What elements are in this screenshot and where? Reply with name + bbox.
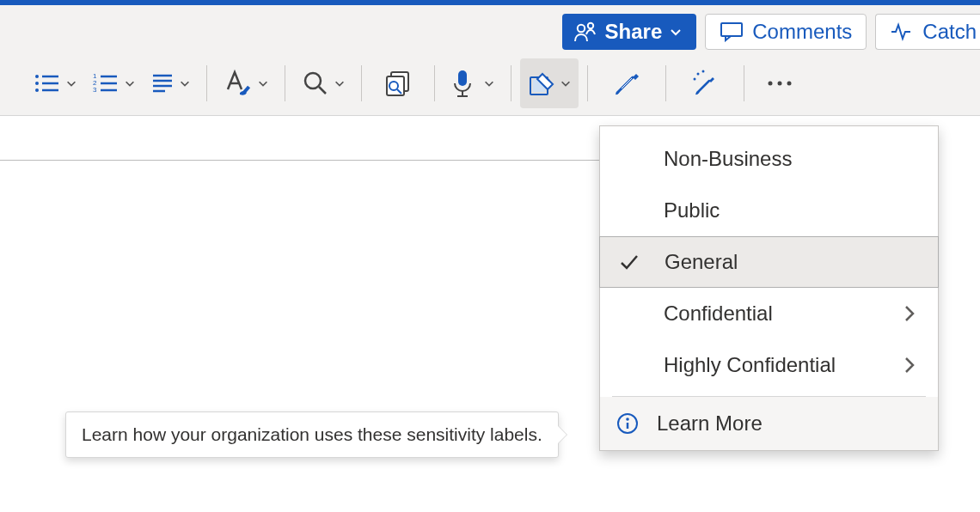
editor-button[interactable]	[597, 58, 657, 108]
option-label: General	[665, 250, 922, 274]
svg-point-35	[694, 78, 696, 81]
separator	[665, 65, 666, 101]
svg-point-39	[787, 82, 792, 86]
sensitivity-dropdown: Non-Business Public General Confidential…	[599, 125, 939, 451]
sensitivity-option-confidential[interactable]: Confidential	[600, 288, 938, 339]
chevron-down-icon	[257, 77, 269, 89]
sensitivity-button[interactable]	[520, 58, 579, 108]
separator	[285, 65, 285, 101]
chevron-right-icon	[897, 303, 922, 324]
chevron-down-icon	[124, 77, 136, 89]
designer-button[interactable]	[675, 58, 735, 108]
find-button[interactable]	[294, 58, 352, 108]
tooltip-text: Learn how your organization uses these s…	[82, 424, 542, 444]
sensitivity-option-highly-confidential[interactable]: Highly Confidential	[600, 339, 938, 391]
option-label: Non-Business	[664, 147, 922, 171]
chevron-down-icon	[334, 77, 346, 89]
sensitivity-option-non-business[interactable]: Non-Business	[600, 133, 938, 185]
svg-line-33	[622, 78, 632, 88]
separator	[744, 65, 744, 101]
learn-more-label: Learn More	[657, 411, 763, 436]
separator	[434, 65, 435, 101]
svg-point-3	[35, 75, 39, 78]
svg-point-34	[697, 73, 700, 76]
check-icon	[618, 251, 665, 273]
chevron-down-icon	[65, 77, 77, 89]
catch-up-button[interactable]: Catch	[875, 14, 980, 50]
catchup-label: Catch	[922, 20, 977, 44]
more-options-button[interactable]	[753, 58, 806, 108]
chevron-right-icon	[897, 355, 922, 375]
styles-button[interactable]	[216, 58, 276, 108]
info-icon	[616, 411, 640, 436]
separator	[206, 65, 207, 101]
separator	[587, 65, 588, 101]
svg-point-21	[305, 73, 321, 88]
chevron-down-icon	[179, 77, 191, 89]
share-button[interactable]: Share	[562, 14, 697, 50]
svg-point-41	[626, 418, 629, 421]
command-area: Share Comments Catch	[0, 5, 980, 116]
dictate-button[interactable]	[444, 58, 502, 108]
chevron-down-icon	[669, 25, 683, 39]
comments-button[interactable]: Comments	[705, 14, 867, 50]
option-label: Public	[664, 198, 922, 222]
sensitivity-learn-more[interactable]: Learn More	[600, 397, 938, 450]
svg-text:3: 3	[93, 86, 97, 94]
top-buttons-row: Share Comments Catch	[0, 5, 980, 52]
align-button[interactable]	[143, 58, 198, 108]
share-icon	[574, 21, 598, 42]
svg-point-5	[35, 88, 39, 92]
option-label: Confidential	[664, 302, 897, 326]
option-label: Highly Confidential	[664, 353, 897, 377]
ribbon-toolbar: 1 2 3	[0, 52, 980, 115]
svg-point-4	[35, 82, 39, 85]
chevron-down-icon	[560, 77, 572, 89]
bullet-list-button[interactable]	[26, 58, 84, 108]
chevron-down-icon	[483, 77, 495, 89]
activity-icon	[890, 21, 914, 42]
svg-point-37	[769, 82, 773, 86]
separator	[511, 65, 511, 101]
sensitivity-tooltip: Learn how your organization uses these s…	[65, 411, 559, 458]
svg-point-1	[587, 23, 592, 28]
numbered-list-button[interactable]: 1 2 3	[84, 58, 143, 108]
svg-point-36	[702, 70, 705, 73]
separator	[361, 65, 362, 101]
svg-rect-27	[458, 70, 467, 86]
share-label: Share	[605, 20, 663, 44]
comment-icon	[720, 21, 744, 42]
svg-point-38	[778, 82, 782, 86]
svg-line-22	[319, 87, 326, 94]
svg-rect-2	[721, 23, 742, 36]
reuse-files-button[interactable]	[371, 58, 426, 108]
svg-point-0	[577, 25, 584, 32]
sensitivity-option-public[interactable]: Public	[600, 185, 938, 236]
sensitivity-option-general[interactable]: General	[599, 236, 939, 288]
comments-label: Comments	[752, 20, 852, 44]
